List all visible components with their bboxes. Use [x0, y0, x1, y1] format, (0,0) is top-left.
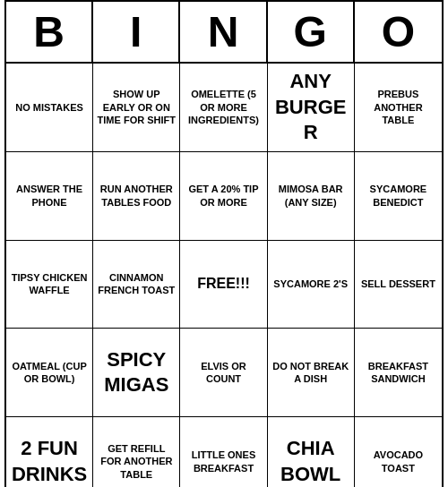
bingo-cell-6: RUN ANOTHER TABLES FOOD [93, 152, 180, 241]
bingo-cell-2: OMELETTE (5 OR MORE INGREDIENTS) [180, 64, 267, 152]
bingo-letter-n: N [180, 2, 267, 62]
bingo-cell-24: AVOCADO TOAST [355, 417, 442, 487]
bingo-cell-13: SYCAMORE 2'S [268, 241, 355, 329]
bingo-cell-7: GET A 20% TIP OR MORE [180, 152, 267, 241]
bingo-cell-16: SPICY MIGAS [93, 329, 180, 417]
bingo-cell-9: SYCAMORE BENEDICT [355, 152, 442, 241]
bingo-cell-8: MIMOSA BAR (ANY SIZE) [268, 152, 355, 241]
bingo-grid: NO MISTAKESSHOW UP EARLY OR ON TIME FOR … [6, 64, 442, 487]
bingo-cell-18: DO NOT BREAK A DISH [268, 329, 355, 417]
bingo-cell-0: NO MISTAKES [6, 64, 93, 152]
bingo-cell-23: CHIA BOWL [268, 417, 355, 487]
bingo-letter-o: O [355, 2, 442, 62]
bingo-cell-5: ANSWER THE PHONE [6, 152, 93, 241]
bingo-cell-15: OATMEAL (CUP OR BOWL) [6, 329, 93, 417]
bingo-cell-19: BREAKFAST SANDWICH [355, 329, 442, 417]
bingo-cell-21: GET REFILL FOR ANOTHER TABLE [93, 417, 180, 487]
bingo-card: BINGO NO MISTAKESSHOW UP EARLY OR ON TIM… [4, 0, 444, 487]
bingo-cell-17: ELVIS OR COUNT [180, 329, 267, 417]
bingo-letter-b: B [6, 2, 93, 62]
bingo-cell-20: 2 Fun Drinks [6, 417, 93, 487]
bingo-cell-10: TIPSY CHICKEN WAFFLE [6, 241, 93, 329]
bingo-cell-11: CINNAMON FRENCH TOAST [93, 241, 180, 329]
bingo-cell-3: ANY BURGER [268, 64, 355, 152]
bingo-cell-12: FREE!!! [180, 241, 267, 329]
bingo-letter-i: I [93, 2, 180, 62]
bingo-letter-g: G [268, 2, 355, 62]
bingo-header: BINGO [6, 2, 442, 64]
bingo-cell-1: SHOW UP EARLY OR ON TIME FOR SHIFT [93, 64, 180, 152]
bingo-cell-22: LITTLE ONES BREAKFAST [180, 417, 267, 487]
bingo-cell-4: PREBUS ANOTHER TABLE [355, 64, 442, 152]
bingo-cell-14: SELL DESSERT [355, 241, 442, 329]
